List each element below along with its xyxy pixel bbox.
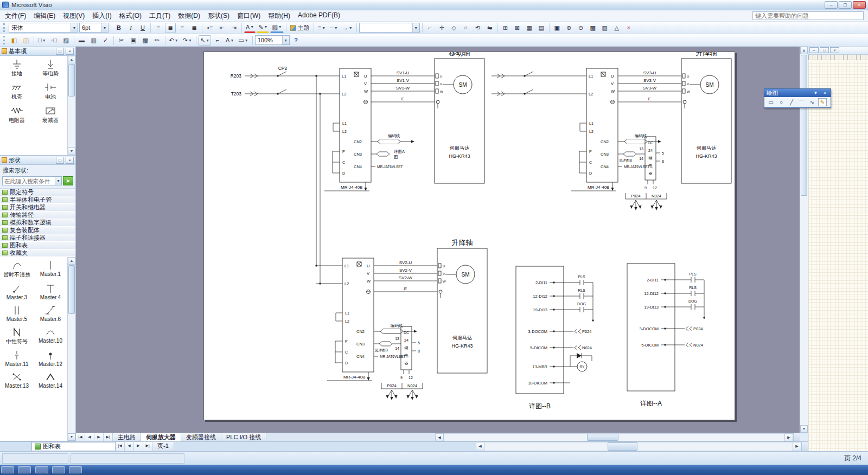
line-tool-icon[interactable]: ╱ — [787, 98, 796, 106]
close-icon[interactable]: × — [821, 90, 828, 97]
scroll-down-icon[interactable]: ▼ — [800, 425, 808, 433]
zoom-combo[interactable]: 100%▼ — [255, 35, 290, 45]
previous-page-button[interactable]: ◀ — [85, 433, 94, 441]
increase-indent-button[interactable]: ⇥ — [228, 23, 239, 33]
menu-item[interactable]: 视图(V) — [59, 10, 88, 22]
scrollbar-thumb[interactable] — [68, 265, 75, 314]
connection-point-button[interactable]: ✛ — [437, 23, 448, 33]
align-right-button[interactable]: ≡ — [177, 23, 188, 33]
taskbar-item[interactable] — [18, 466, 31, 473]
theme-button[interactable]: 主题 — [289, 23, 311, 33]
toolbar-grip[interactable] — [3, 23, 6, 32]
scroll-right-icon[interactable]: ▶ — [784, 433, 793, 441]
stencil-tool-button[interactable]: ◧ — [9, 35, 20, 46]
scroll-up-icon[interactable]: ▲ — [68, 257, 75, 265]
scroll-left-icon[interactable]: ◀ — [435, 433, 444, 441]
stencil-shape[interactable]: 等电势 — [34, 59, 67, 78]
stencil-category[interactable]: 开关和继电器 — [0, 204, 75, 211]
page-tab[interactable]: PLC I/O 接线 — [221, 433, 266, 441]
font-size-combo[interactable]: 6pt▼ — [79, 23, 108, 33]
drawing-page[interactable]: R203T203CP2L1L2L1L2PCDUVWSV1-USV1-VSV1-W… — [203, 52, 735, 420]
scroll-left-icon[interactable]: ◀ — [476, 442, 484, 451]
line-ends-button[interactable]: →▼ — [341, 23, 354, 33]
snap-button[interactable]: ⊞ — [500, 23, 511, 33]
bullets-button[interactable]: •≡ — [205, 23, 215, 33]
help-button[interactable]: ? — [291, 35, 302, 46]
servo-amplifier-circuit[interactable]: L1L2L1L2PCDUVWSV3-USV3-VSV3-WE升降轴UVWSM伺服… — [492, 52, 731, 210]
stencil-shape[interactable]: 电阻器 — [0, 105, 34, 124]
scrollbar-thumb[interactable] — [68, 64, 75, 97]
stencil-category[interactable]: 收藏夹 — [0, 249, 75, 257]
master-shape[interactable]: 暂时不清楚 — [0, 260, 34, 279]
scroll-right-icon[interactable]: ▶ — [793, 442, 801, 451]
next-page-button[interactable]: ▶ — [134, 442, 143, 451]
stencil-category[interactable]: 模拟和数字逻辑 — [0, 219, 75, 227]
canvas-horizontal-scrollbar[interactable]: ◀ ▶ — [435, 433, 793, 441]
previous-page-button[interactable]: ◀ — [125, 442, 134, 451]
stencil-category[interactable]: 半导体和电子管 — [0, 196, 75, 204]
new-document-button[interactable]: □▼ — [36, 35, 48, 46]
print-button[interactable]: ▬ — [76, 35, 87, 46]
line-color-button[interactable]: ✎▼ — [257, 23, 269, 33]
last-page-button[interactable]: ▶| — [104, 433, 113, 441]
next-page-button[interactable]: ▶ — [94, 433, 104, 441]
panel-float-button[interactable]: □ — [56, 157, 64, 164]
child-page-tab[interactable]: 页-1 — [152, 442, 174, 451]
print-preview-button[interactable]: ▥ — [88, 35, 99, 46]
master-shape[interactable]: Master.10 — [34, 326, 67, 345]
master-shape[interactable]: Master.11 — [0, 350, 34, 367]
cut-button[interactable]: ✂ — [116, 35, 127, 46]
connector-tool-button[interactable]: ⌐ — [212, 35, 223, 46]
stencil-category[interactable]: 传输路径 — [0, 211, 75, 219]
child-window-tab[interactable]: 图和表 — [31, 442, 116, 451]
stencil-category[interactable]: 图和表 — [0, 242, 75, 249]
rectangle-tool-icon[interactable]: ▭ — [767, 98, 775, 106]
arc-tool-icon[interactable]: ⌒ — [797, 98, 806, 106]
ellipse-op-button[interactable]: ○ — [461, 23, 471, 33]
scroll-down-icon[interactable]: ▼ — [68, 433, 75, 441]
menu-item[interactable]: 帮助(H) — [264, 10, 294, 22]
fill-color-button[interactable]: ▨▼ — [270, 23, 283, 33]
scrollbar-thumb[interactable] — [587, 434, 618, 441]
pan-window-button[interactable]: ▩ — [588, 23, 598, 33]
copy-button[interactable]: ▣ — [128, 35, 139, 46]
format-painter-button[interactable]: ✏ — [152, 35, 163, 46]
font-family-combo[interactable]: 宋体▼ — [9, 23, 78, 33]
text-color-button[interactable]: A▼ — [244, 23, 256, 33]
scroll-up-icon[interactable]: ▲ — [68, 56, 75, 63]
master-shape[interactable]: Master.3 — [0, 283, 34, 300]
master-shape[interactable]: 中性符号 — [0, 326, 34, 345]
last-page-button[interactable]: ▶| — [143, 442, 152, 451]
grid-button[interactable]: ▦ — [524, 23, 535, 33]
stencil-shape[interactable]: 衰减器 — [34, 105, 67, 124]
master-shape[interactable]: Master.13 — [0, 371, 34, 389]
taskbar-item[interactable] — [69, 466, 82, 473]
page-tab[interactable]: 主电路 — [113, 433, 141, 441]
text-tool-button[interactable]: A▼ — [224, 35, 235, 46]
chevron-down-icon[interactable]: ▼ — [812, 90, 819, 97]
toolbar-grip[interactable] — [3, 36, 6, 44]
taskbar-item[interactable] — [35, 466, 48, 473]
bold-button[interactable]: B — [113, 23, 124, 33]
guides-button[interactable]: ▤ — [536, 23, 547, 33]
page-tab[interactable]: 变频器接线 — [181, 433, 221, 441]
spelling-button[interactable]: ✓ — [100, 35, 111, 46]
shapes-panel-scrollbar[interactable]: ▲ ▼ — [67, 257, 75, 441]
open-button[interactable]: ◦□ — [49, 35, 60, 46]
scrollbar-thumb[interactable] — [608, 442, 637, 451]
ellipse-tool-icon[interactable]: ○ — [777, 98, 786, 106]
drawing-canvas[interactable]: R203T203CP2L1L2L1L2PCDUVWSV1-USV1-VSV1-W… — [76, 47, 800, 433]
align-center-button[interactable]: ≣ — [165, 23, 176, 33]
stencil-shape[interactable]: 电池 — [34, 82, 67, 101]
menu-item[interactable]: 格式(O) — [116, 10, 145, 22]
menu-item[interactable]: 窗口(W) — [233, 10, 264, 22]
master-shape[interactable]: Master.1 — [34, 260, 67, 279]
redo-button[interactable]: ↷▼ — [181, 35, 194, 46]
scrollbar-thumb[interactable] — [801, 55, 807, 196]
master-shape[interactable]: Master.6 — [34, 305, 67, 322]
child-minimize-button[interactable]: – — [809, 47, 819, 53]
underline-button[interactable]: U — [137, 23, 148, 33]
menu-item[interactable]: 插入(I) — [88, 10, 115, 22]
shape-search-input[interactable] — [3, 178, 55, 184]
taskbar-item[interactable] — [1, 466, 14, 473]
